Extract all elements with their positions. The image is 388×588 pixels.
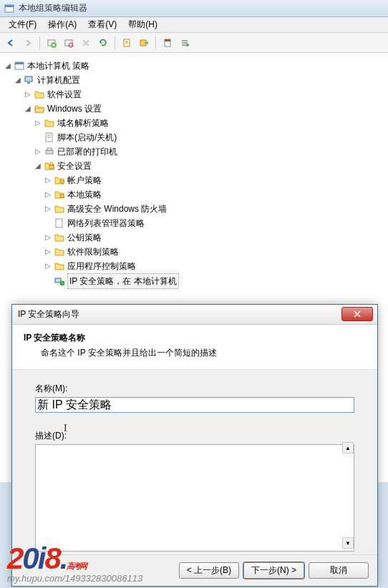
watermark-year: 20i8.高考网 bbox=[7, 542, 142, 576]
name-label: 名称(M): bbox=[35, 383, 354, 395]
menu-bar: 文件(F) 操作(A) 查看(V) 帮助(H) bbox=[0, 17, 388, 33]
svg-rect-19 bbox=[27, 82, 30, 84]
tree-windows[interactable]: Windows 设置 bbox=[47, 102, 102, 116]
svg-point-30 bbox=[60, 281, 64, 285]
svg-rect-17 bbox=[15, 62, 24, 64]
expand-icon[interactable]: ▷ bbox=[43, 230, 53, 245]
tree-dns[interactable]: 域名解析策略 bbox=[57, 116, 109, 130]
svg-rect-25 bbox=[49, 165, 54, 169]
computer-icon bbox=[24, 74, 35, 86]
name-value: 新 IP 安全策略 bbox=[37, 398, 112, 413]
firewall-icon bbox=[54, 203, 65, 215]
back-icon[interactable] bbox=[3, 35, 19, 51]
dialog-subheading: 命名这个 IP 安全策略并且给出一个简短的描述 bbox=[41, 347, 366, 359]
expand-icon[interactable]: ▷ bbox=[43, 245, 53, 259]
folder-open-icon bbox=[34, 103, 45, 114]
collapse-icon[interactable]: ◢ bbox=[13, 73, 23, 87]
export-icon[interactable] bbox=[136, 35, 152, 51]
tree-netlist[interactable]: 网络列表管理器策略 bbox=[67, 216, 145, 230]
list-icon[interactable] bbox=[177, 35, 193, 51]
dialog-header: IP 安全策略名称 命名这个 IP 安全策略并且给出一个简短的描述 bbox=[12, 325, 377, 370]
tree-local[interactable]: 本地策略 bbox=[67, 187, 102, 202]
dialog-body: 名称(M): 新 IP 安全策略 I 描述(D): ▲ ▼ bbox=[12, 370, 377, 554]
svg-rect-23 bbox=[46, 150, 53, 154]
collapse-icon[interactable]: ◢ bbox=[23, 102, 33, 116]
svg-rect-27 bbox=[60, 195, 64, 197]
tree-firewall[interactable]: 高级安全 Windows 防火墙 bbox=[67, 202, 167, 216]
svg-point-15 bbox=[186, 44, 189, 46]
cancel-button[interactable]: 取消 bbox=[309, 562, 369, 579]
script-icon bbox=[44, 132, 55, 143]
tree-appctrl[interactable]: 应用程序控制策略 bbox=[67, 259, 136, 273]
expand-icon[interactable]: ▷ bbox=[33, 144, 43, 159]
folder-icon bbox=[44, 117, 55, 129]
text-cursor-icon: I bbox=[64, 423, 67, 433]
name-input[interactable]: 新 IP 安全策略 bbox=[35, 397, 354, 413]
tree-security[interactable]: 安全设置 bbox=[57, 159, 92, 173]
svg-rect-28 bbox=[56, 219, 62, 227]
tree-softres[interactable]: 软件限制策略 bbox=[67, 245, 119, 259]
menu-help[interactable]: 帮助(H) bbox=[122, 17, 163, 32]
dialog-heading: IP 安全策略名称 bbox=[24, 332, 366, 344]
app-icon bbox=[4, 4, 14, 14]
dialog-title-bar[interactable]: IP 安全策略向导 bbox=[12, 305, 377, 325]
tree-pubkey[interactable]: 公钥策略 bbox=[67, 230, 102, 245]
find-icon[interactable] bbox=[61, 35, 77, 51]
tree-scripts[interactable]: 脚本(启动/关机) bbox=[57, 130, 117, 144]
toolbar bbox=[0, 33, 388, 53]
properties-icon[interactable] bbox=[119, 35, 135, 51]
svg-rect-29 bbox=[55, 278, 61, 283]
watermark: 20i8.高考网 my.hupu.com/14933283​0086113 bbox=[7, 542, 142, 584]
collapse-icon[interactable]: ◢ bbox=[3, 59, 13, 73]
filter-icon[interactable] bbox=[160, 35, 175, 51]
close-button[interactable] bbox=[341, 307, 373, 321]
menu-action[interactable]: 操作(A) bbox=[42, 17, 82, 32]
tree-printers[interactable]: 已部署的打印机 bbox=[57, 144, 117, 159]
svg-rect-1 bbox=[5, 5, 14, 7]
network-icon bbox=[54, 217, 65, 229]
expand-icon[interactable]: ▷ bbox=[43, 187, 53, 202]
svg-rect-11 bbox=[165, 39, 170, 41]
policy-icon bbox=[14, 60, 25, 72]
folder-icon bbox=[54, 232, 65, 243]
folder-icon bbox=[54, 246, 65, 258]
security-icon bbox=[44, 160, 55, 172]
ipsec-icon bbox=[54, 275, 65, 287]
expand-icon[interactable]: ▷ bbox=[43, 202, 53, 216]
scroll-up-icon[interactable]: ▲ bbox=[342, 442, 354, 454]
back-button[interactable]: < 上一步(B) bbox=[179, 562, 239, 579]
title-bar: 本地组策略编辑器 bbox=[0, 0, 388, 17]
tree-ipsec[interactable]: IP 安全策略，在 本地计算机 bbox=[67, 273, 179, 289]
tree-computer-config[interactable]: 计算机配置 bbox=[37, 73, 80, 87]
folder-icon bbox=[34, 89, 45, 100]
forward-icon bbox=[20, 35, 36, 51]
desc-label: 描述(D): bbox=[35, 430, 354, 442]
tree-root[interactable]: 本地计算机 策略 bbox=[27, 59, 89, 73]
folder-lock-icon bbox=[54, 189, 65, 200]
expand-icon[interactable]: ▷ bbox=[33, 116, 43, 130]
folder-lock-icon bbox=[54, 175, 65, 186]
dialog-title: IP 安全策略向导 bbox=[18, 308, 79, 320]
svg-rect-18 bbox=[25, 77, 32, 82]
scroll-down-icon[interactable]: ▼ bbox=[342, 537, 354, 549]
folder-icon bbox=[54, 260, 65, 272]
watermark-url: my.hupu.com/14933283​0086113 bbox=[7, 573, 142, 584]
refresh-icon[interactable] bbox=[95, 35, 111, 51]
menu-file[interactable]: 文件(F) bbox=[3, 17, 42, 32]
expand-icon[interactable]: ▷ bbox=[43, 259, 53, 273]
collapse-icon[interactable]: ◢ bbox=[33, 159, 43, 173]
next-button[interactable]: 下一步(N) > bbox=[243, 562, 304, 579]
tree-software[interactable]: 软件设置 bbox=[47, 87, 82, 102]
description-input[interactable] bbox=[35, 444, 354, 552]
add-icon[interactable] bbox=[44, 35, 59, 51]
tree-account[interactable]: 帐户策略 bbox=[67, 173, 102, 187]
expand-icon[interactable]: ▷ bbox=[23, 87, 33, 102]
delete-icon bbox=[78, 35, 94, 51]
menu-view[interactable]: 查看(V) bbox=[82, 17, 122, 32]
window-title: 本地组策略编辑器 bbox=[19, 2, 87, 14]
expand-icon[interactable]: ▷ bbox=[43, 173, 53, 187]
svg-rect-24 bbox=[47, 148, 52, 150]
svg-rect-26 bbox=[60, 180, 64, 183]
printer-icon bbox=[44, 146, 55, 157]
